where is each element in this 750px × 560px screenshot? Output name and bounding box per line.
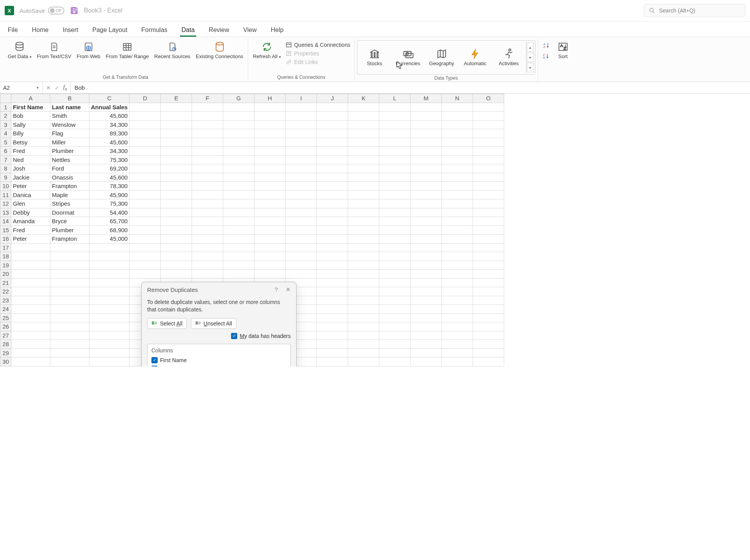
row-header[interactable]: 9 <box>0 173 11 182</box>
cell[interactable]: 34,300 <box>89 147 130 156</box>
cell[interactable]: Sally <box>11 120 50 129</box>
cell[interactable]: 65,700 <box>89 217 130 226</box>
cell[interactable] <box>192 270 223 279</box>
cell[interactable] <box>442 322 473 331</box>
cell[interactable] <box>192 182 223 191</box>
cell[interactable] <box>379 147 411 156</box>
cell[interactable]: Annual Sales <box>89 103 130 112</box>
cell[interactable] <box>348 287 379 296</box>
row-header[interactable]: 4 <box>0 129 11 138</box>
cell[interactable]: Amanda <box>11 217 50 226</box>
cell[interactable] <box>442 217 473 226</box>
column-header[interactable]: D <box>130 94 161 103</box>
cell[interactable] <box>348 190 379 199</box>
cell[interactable] <box>254 129 286 138</box>
cell[interactable] <box>317 208 348 217</box>
cell[interactable] <box>379 155 411 164</box>
cell[interactable] <box>442 270 473 279</box>
stocks-button[interactable]: Stocks <box>358 47 391 68</box>
tab-page-layout[interactable]: Page Layout <box>91 24 129 37</box>
cell[interactable] <box>11 261 50 270</box>
cell[interactable] <box>442 112 473 121</box>
cell[interactable]: Last name <box>50 103 89 112</box>
cell[interactable] <box>317 147 348 156</box>
row-header[interactable]: 13 <box>0 208 11 217</box>
cell[interactable] <box>192 138 223 147</box>
cell[interactable] <box>379 313 411 322</box>
cell[interactable] <box>348 357 379 366</box>
cell[interactable] <box>317 296 348 305</box>
cell[interactable] <box>130 147 161 156</box>
cell[interactable] <box>286 164 317 173</box>
cell[interactable] <box>348 182 379 191</box>
cell[interactable] <box>379 182 411 191</box>
cell[interactable] <box>473 208 504 217</box>
cell[interactable]: Fred <box>11 147 50 156</box>
cell[interactable] <box>317 103 348 112</box>
from-web-button[interactable]: From Web <box>75 40 103 60</box>
sort-desc-button[interactable]: ZA <box>540 52 552 60</box>
row-header[interactable]: 1 <box>0 103 11 112</box>
queries-connections-button[interactable]: Queries & Connections <box>284 41 352 49</box>
formula-input[interactable]: Bob <box>71 84 750 91</box>
cell[interactable] <box>11 348 50 357</box>
cell[interactable] <box>379 305 411 314</box>
cell[interactable] <box>223 208 254 217</box>
cell[interactable]: Bryce <box>50 217 89 226</box>
row-header[interactable]: 25 <box>0 313 11 322</box>
cell[interactable] <box>348 235 379 244</box>
cell[interactable] <box>442 190 473 199</box>
cell[interactable] <box>286 120 317 129</box>
cell[interactable] <box>254 199 286 208</box>
cell[interactable] <box>130 120 161 129</box>
cell[interactable] <box>317 340 348 349</box>
cell[interactable] <box>254 235 286 244</box>
cell[interactable] <box>130 261 161 270</box>
from-text-csv-button[interactable]: From Text/CSV <box>35 40 74 60</box>
column-header[interactable]: J <box>317 94 348 103</box>
cell[interactable] <box>348 278 379 287</box>
cell[interactable] <box>411 173 442 182</box>
cell[interactable] <box>223 103 254 112</box>
cell[interactable] <box>89 331 130 340</box>
row-header[interactable]: 24 <box>0 305 11 314</box>
row-header[interactable]: 10 <box>0 182 11 191</box>
cell[interactable] <box>473 199 504 208</box>
chevron-up-icon[interactable]: ▴ <box>527 43 534 52</box>
cell[interactable] <box>442 235 473 244</box>
cell[interactable] <box>89 278 130 287</box>
cell[interactable] <box>286 112 317 121</box>
cell[interactable] <box>379 252 411 261</box>
cell[interactable] <box>379 348 411 357</box>
fx-icon[interactable]: fx <box>63 84 67 91</box>
column-header[interactable]: E <box>161 94 192 103</box>
cell[interactable]: 45,600 <box>89 173 130 182</box>
cell[interactable]: 45,600 <box>89 112 130 121</box>
cell[interactable] <box>286 270 317 279</box>
row-header[interactable]: 21 <box>0 278 11 287</box>
cell[interactable] <box>442 173 473 182</box>
cell[interactable] <box>473 340 504 349</box>
cell[interactable] <box>89 322 130 331</box>
cell[interactable] <box>442 155 473 164</box>
currencies-button[interactable]: Currencies <box>392 47 425 68</box>
cell[interactable] <box>348 217 379 226</box>
cell[interactable] <box>223 138 254 147</box>
row-header[interactable]: 11 <box>0 190 11 199</box>
cell[interactable]: 69,200 <box>89 164 130 173</box>
cell[interactable] <box>442 147 473 156</box>
cell[interactable] <box>411 261 442 270</box>
cell[interactable] <box>348 138 379 147</box>
column-header[interactable]: N <box>442 94 473 103</box>
cell[interactable] <box>348 155 379 164</box>
cell[interactable] <box>161 129 192 138</box>
cell[interactable] <box>192 243 223 252</box>
spreadsheet-grid[interactable]: ABCDEFGHIJKLMNO1First NameLast nameAnnua… <box>0 94 750 366</box>
cell[interactable] <box>50 340 89 349</box>
cell[interactable] <box>161 138 192 147</box>
cell[interactable] <box>348 261 379 270</box>
cell[interactable] <box>50 322 89 331</box>
cell[interactable] <box>411 199 442 208</box>
cell[interactable]: Josh <box>11 164 50 173</box>
row-header[interactable]: 19 <box>0 261 11 270</box>
